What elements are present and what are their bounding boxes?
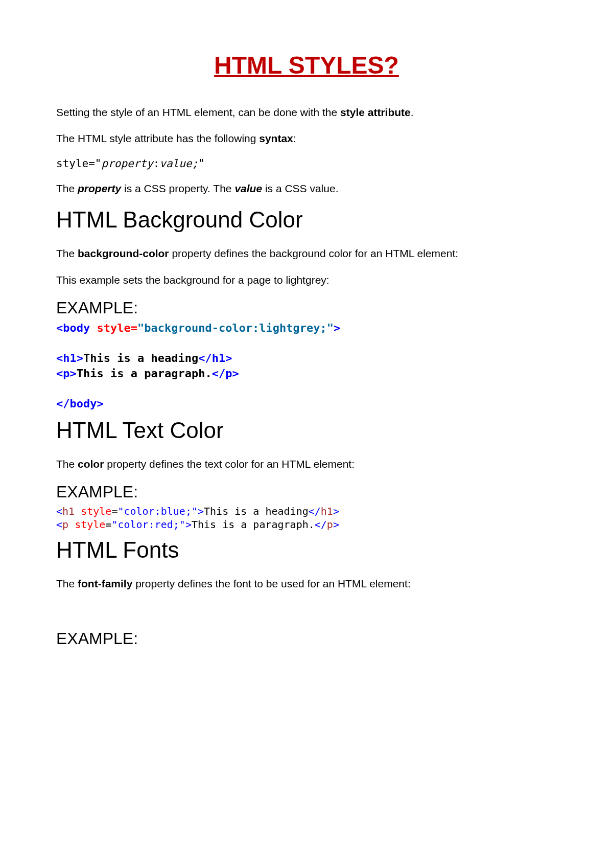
document-page: HTML STYLES? Setting the style of an HTM… bbox=[0, 0, 613, 868]
code-italic: property bbox=[102, 157, 153, 170]
text: property defines the background color fo… bbox=[169, 247, 459, 259]
text: is a CSS value. bbox=[262, 182, 338, 194]
text: property defines the text color for an H… bbox=[104, 458, 355, 470]
fonts-paragraph: The font-family property defines the fon… bbox=[56, 576, 557, 591]
code-attr: style bbox=[75, 505, 111, 517]
section-heading-text-color: HTML Text Color bbox=[56, 418, 557, 443]
text: property defines the font to be used for… bbox=[132, 578, 410, 589]
code-italic: value; bbox=[159, 157, 198, 170]
example-code-2: <h1 style="color:blue;">This is a headin… bbox=[56, 505, 557, 531]
text: The bbox=[56, 247, 78, 259]
code-text: " bbox=[198, 157, 205, 170]
text: The HTML style attribute has the followi… bbox=[56, 132, 259, 144]
code-bracket: < bbox=[56, 505, 62, 517]
code-bracket: < bbox=[56, 518, 62, 531]
text: is a CSS property. The bbox=[121, 182, 234, 194]
section-heading-bg-color: HTML Background Color bbox=[56, 207, 557, 233]
intro-paragraph-2: The HTML style attribute has the followi… bbox=[56, 131, 557, 146]
code-text: This is a paragraph. bbox=[192, 518, 315, 531]
code-bracket: > bbox=[185, 518, 192, 531]
code-eq: = bbox=[105, 518, 111, 531]
bg-paragraph-1: The background-color property defines th… bbox=[56, 246, 557, 261]
spacer bbox=[56, 603, 557, 623]
code-tag: <p> bbox=[56, 367, 77, 380]
text-bold: color bbox=[78, 458, 104, 470]
text-bold: syntax bbox=[259, 132, 293, 144]
code-tagname: p bbox=[62, 518, 68, 531]
text: The bbox=[56, 458, 78, 470]
code-eq: = bbox=[111, 505, 117, 517]
code-text: style=" bbox=[56, 157, 102, 170]
section-heading-fonts: HTML Fonts bbox=[56, 537, 557, 563]
example-code-1: <body style="background-color:lightgrey;… bbox=[56, 321, 557, 412]
code-tagname: h1 bbox=[321, 505, 333, 517]
code-tag: <body bbox=[56, 322, 90, 334]
code-value: "color:blue;" bbox=[117, 505, 198, 517]
code-tag: </h1> bbox=[198, 352, 232, 364]
code-tag: </p> bbox=[212, 367, 239, 380]
code-bracket: > bbox=[333, 518, 339, 531]
code-text: This is a heading bbox=[204, 505, 309, 517]
text: Setting the style of an HTML element, ca… bbox=[56, 106, 340, 118]
example-label-2: EXAMPLE: bbox=[56, 483, 557, 501]
text: : bbox=[293, 132, 296, 144]
code-text: This is a paragraph. bbox=[77, 367, 212, 380]
code-tag: > bbox=[334, 322, 340, 334]
text-bold: font-family bbox=[78, 578, 132, 589]
example-label-1: EXAMPLE: bbox=[56, 299, 557, 317]
code-attr: style bbox=[68, 518, 105, 531]
intro-paragraph-1: Setting the style of an HTML element, ca… bbox=[56, 105, 557, 120]
code-value: "background-color:lightgrey;" bbox=[137, 322, 334, 334]
code-bracket: > bbox=[333, 505, 339, 517]
code-text: : bbox=[153, 157, 160, 170]
code-tag: <h1> bbox=[56, 352, 83, 364]
code-value: "color:red;" bbox=[111, 518, 185, 531]
text-bold: style attribute bbox=[340, 106, 411, 118]
code-attr: style= bbox=[90, 322, 137, 334]
code-bracket: > bbox=[198, 505, 204, 517]
code-tagname: h1 bbox=[62, 505, 75, 517]
code-bracket: </ bbox=[315, 518, 327, 531]
text: The bbox=[56, 578, 78, 589]
intro-paragraph-3: The property is a CSS property. The valu… bbox=[56, 181, 557, 196]
code-tag: </body> bbox=[56, 397, 104, 410]
code-tagname: p bbox=[327, 518, 333, 531]
code-bracket: </ bbox=[309, 505, 321, 517]
text-bold: background-color bbox=[78, 247, 169, 259]
text: The bbox=[56, 182, 78, 194]
code-text: This is a heading bbox=[83, 352, 198, 364]
text-bold-italic: property bbox=[78, 182, 121, 194]
page-title: HTML STYLES? bbox=[56, 51, 557, 79]
text: . bbox=[411, 106, 414, 118]
syntax-code: style="property:value;" bbox=[56, 157, 557, 170]
text-color-paragraph: The color property defines the text colo… bbox=[56, 456, 557, 471]
example-label-3: EXAMPLE: bbox=[56, 629, 557, 648]
bg-paragraph-2: This example sets the background for a p… bbox=[56, 272, 557, 287]
text-bold-italic: value bbox=[234, 182, 262, 194]
